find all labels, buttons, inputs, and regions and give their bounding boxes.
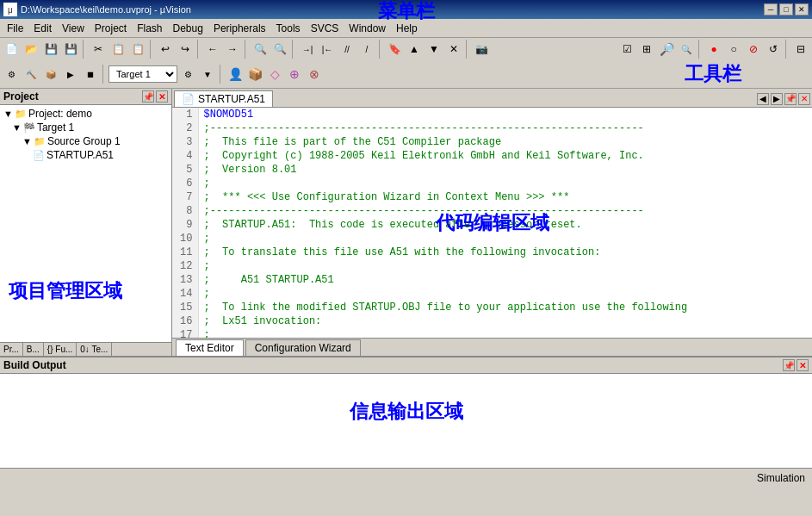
tb-target-options[interactable]: ⚙	[178, 65, 197, 84]
tb-clear-bookmarks[interactable]: ✕	[444, 40, 463, 59]
source-group-icon: 📁	[34, 136, 46, 147]
code-body: 1$NOMOD512;-----------------------------…	[172, 108, 812, 338]
line-number: 4	[172, 149, 198, 163]
editor-nav-right[interactable]: ▶	[771, 93, 783, 105]
tb-comment[interactable]: //	[338, 40, 356, 59]
tree-source-group[interactable]: ▼ 📁 Source Group 1	[2, 134, 170, 148]
code-line: 9; STARTUP.A51: This code is executed af…	[172, 218, 812, 232]
tb-prev-bookmark[interactable]: ▲	[405, 40, 424, 59]
tb-copy[interactable]: 📋	[108, 40, 127, 59]
project-tabs: Pr... B... {} Fu... 0↓ Te...	[0, 342, 171, 356]
tb-icon3[interactable]: ◇	[265, 65, 284, 84]
tb-nav-back[interactable]: ←	[203, 40, 222, 59]
tb-undo[interactable]: ↩	[156, 40, 175, 59]
tb-target-sel[interactable]: ⊞	[637, 40, 656, 59]
tree-project-label: Project: demo	[28, 108, 92, 120]
tb-save-all[interactable]: 💾	[61, 40, 80, 59]
proj-tab-project[interactable]: Pr...	[0, 343, 23, 356]
tb-stop[interactable]: ●	[704, 40, 723, 59]
tb-reset[interactable]: ↺	[764, 40, 783, 59]
line-number: 2	[172, 121, 198, 135]
build-content[interactable]: 信息输出区域	[0, 374, 812, 468]
editor-bottom-tab-text[interactable]: Text Editor	[176, 339, 244, 356]
close-button[interactable]: ✕	[795, 3, 809, 16]
tb-snapshot[interactable]: 📷	[472, 40, 491, 59]
status-text: Simulation	[757, 472, 805, 484]
tb-new[interactable]: 📄	[2, 40, 21, 59]
build-pin-btn[interactable]: 📌	[783, 359, 795, 371]
tb-bookmark[interactable]: 🔖	[385, 40, 404, 59]
tb-outdent[interactable]: |←	[318, 40, 337, 59]
menu-project[interactable]: Project	[90, 21, 132, 36]
menu-flash[interactable]: Flash	[132, 21, 167, 36]
tb-next-bookmark[interactable]: ▼	[425, 40, 443, 59]
tb-target-select-btn[interactable]: ▼	[198, 65, 217, 84]
toolbar-annotation: 工具栏	[685, 63, 741, 84]
code-cell: ; A51 STARTUP.A51	[198, 273, 812, 287]
tb-open[interactable]: 📂	[22, 40, 40, 59]
code-cell: ;	[198, 232, 812, 246]
tb-zoom-level[interactable]: 🔍	[677, 40, 696, 59]
tb-icon4[interactable]: ⊕	[285, 65, 304, 84]
code-line: 4; Copyright (c) 1988-2005 Keil Elektron…	[172, 149, 812, 163]
code-line: 14;	[172, 287, 812, 301]
tb-build-btn[interactable]: ⚙	[2, 65, 21, 84]
editor-tab-close[interactable]: ✕	[798, 93, 810, 105]
code-cell: ; To link the modified STARTUP.OBJ file …	[198, 301, 812, 314]
tree-project-root[interactable]: ▼ 📁 Project: demo	[2, 107, 170, 121]
tb-redo[interactable]: ↪	[176, 40, 195, 59]
editor-tab-pin[interactable]: 📌	[784, 93, 797, 105]
build-close-btn[interactable]: ✕	[797, 359, 809, 371]
menu-file[interactable]: File	[2, 21, 28, 36]
tb-build-target[interactable]: 🔨	[22, 65, 40, 84]
tb-stop-build[interactable]: ⏹	[81, 65, 100, 84]
editor-nav-left[interactable]: ◀	[757, 93, 769, 105]
project-close-btn[interactable]: ✕	[156, 90, 168, 103]
tree-target[interactable]: ▼ 🏁 Target 1	[2, 121, 170, 134]
tb-paste[interactable]: 📋	[128, 40, 147, 59]
menu-svcs[interactable]: SVCS	[306, 21, 344, 36]
menu-help[interactable]: Help	[391, 21, 423, 36]
tb-check1[interactable]: ☑	[617, 40, 636, 59]
minimize-button[interactable]: ─	[764, 3, 778, 16]
code-cell: ; Copyright (c) 1988-2005 Keil Elektroni…	[198, 149, 812, 163]
code-cell: ; This file is part of the C51 Compiler …	[198, 135, 812, 149]
tb-run[interactable]: ○	[724, 40, 743, 59]
editor-content[interactable]: 1$NOMOD512;-----------------------------…	[172, 108, 812, 338]
code-line: 6;	[172, 177, 812, 190]
menu-view[interactable]: View	[57, 21, 90, 36]
tb-uncomment[interactable]: /	[357, 40, 376, 59]
sep2	[150, 40, 153, 59]
line-number: 14	[172, 287, 198, 301]
tb-nav-forward[interactable]: →	[223, 40, 242, 59]
tb-save[interactable]: 💾	[41, 40, 60, 59]
code-line: 17;	[172, 328, 812, 338]
sep11	[220, 65, 223, 84]
project-pin-btn[interactable]: 📌	[142, 90, 154, 103]
tb-find[interactable]: 🔍	[251, 40, 270, 59]
tb-icon1[interactable]: 👤	[226, 65, 245, 84]
proj-tab-books[interactable]: B...	[23, 343, 44, 356]
menu-window[interactable]: Window	[344, 21, 391, 36]
editor-tab-startup[interactable]: 📄 STARTUP.A51	[174, 90, 273, 107]
tb-zoom-in[interactable]: 🔎	[657, 40, 676, 59]
tb-cut[interactable]: ✂	[89, 40, 108, 59]
tb-replace[interactable]: 🔍	[270, 40, 289, 59]
menu-debug[interactable]: Debug	[168, 21, 208, 36]
tb-batch-build[interactable]: 📦	[41, 65, 60, 84]
tb-icon2[interactable]: 📦	[245, 65, 264, 84]
tb-debug[interactable]: ⊘	[744, 40, 763, 59]
proj-tab-templates[interactable]: 0↓ Te...	[77, 343, 112, 356]
target-select[interactable]: Target 1	[108, 65, 177, 83]
maximize-button[interactable]: □	[779, 3, 793, 16]
menu-peripherals[interactable]: Peripherals	[208, 21, 271, 36]
tb-options[interactable]: ⊟	[791, 40, 810, 59]
editor-bottom-tab-wizard[interactable]: Configuration Wizard	[245, 339, 361, 356]
tb-indent[interactable]: →|	[298, 40, 317, 59]
tb-translate[interactable]: ▶	[61, 65, 80, 84]
menu-edit[interactable]: Edit	[28, 21, 57, 36]
menu-tools[interactable]: Tools	[271, 21, 306, 36]
tree-startup-file[interactable]: 📄 STARTUP.A51	[2, 148, 170, 162]
tb-icon5[interactable]: ⊗	[305, 65, 324, 84]
proj-tab-functions[interactable]: {} Fu...	[44, 343, 77, 356]
